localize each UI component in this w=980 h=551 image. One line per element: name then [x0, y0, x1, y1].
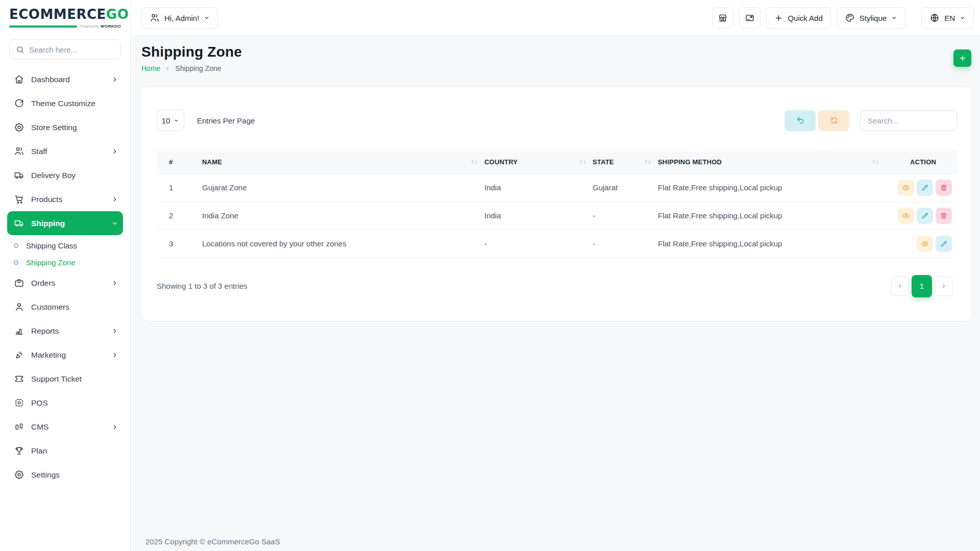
pencil-icon	[921, 212, 929, 220]
undo-button[interactable]	[785, 110, 816, 131]
sidebar-item-reports[interactable]: Reports	[7, 319, 123, 343]
zone-country: India	[484, 202, 593, 230]
sidebar-item-staff[interactable]: Staff	[7, 139, 123, 163]
admin-menu-button[interactable]: Hi, Admin!	[141, 7, 218, 29]
sidebar-subitem-shipping-class[interactable]: Shipping Class	[7, 237, 123, 254]
sidebar-item-dashboard[interactable]: Dashboard	[7, 67, 123, 91]
sidebar-item-label: Delivery Boy	[31, 171, 76, 180]
sidebar-item-store-setting[interactable]: Store Setting	[7, 115, 123, 139]
banner-icon	[745, 13, 755, 23]
zone-state: -	[593, 230, 658, 258]
sidebar-item-label: Customers	[31, 303, 69, 312]
gear-icon	[14, 469, 24, 480]
edit-button[interactable]	[917, 180, 933, 196]
sidebar-subitem-label: Shipping Class	[26, 241, 77, 250]
globe-icon	[929, 13, 940, 23]
refresh-icon	[829, 116, 839, 125]
banner-button[interactable]	[739, 7, 761, 29]
chevron-right-icon	[111, 196, 118, 203]
truck-icon	[14, 218, 24, 229]
chevron-right-icon	[941, 283, 947, 289]
sidebar-item-plan[interactable]: Plan	[7, 439, 123, 463]
sidebar-item-delivery-boy[interactable]: Delivery Boy	[7, 163, 123, 187]
pagination-page-button[interactable]: 1	[912, 275, 932, 297]
delete-button[interactable]	[936, 208, 952, 224]
column-header-name[interactable]: NAME↑↓	[202, 151, 484, 173]
circle-icon	[14, 260, 18, 265]
cms-icon	[14, 421, 24, 432]
language-button[interactable]: EN	[921, 7, 974, 29]
view-button[interactable]	[917, 236, 933, 252]
column-header-number: #	[157, 151, 202, 173]
pagination-next-button[interactable]	[935, 277, 952, 296]
sidebar-item-theme-customize[interactable]: Theme Customize	[7, 91, 123, 115]
pagination-prev-button[interactable]	[891, 277, 909, 296]
logo-underline	[9, 26, 77, 28]
quick-add-button[interactable]: Quick Add	[766, 7, 830, 29]
sidebar-item-orders[interactable]: Orders	[7, 271, 123, 295]
sidebar-item-marketing[interactable]: Marketing	[7, 343, 123, 367]
globe-icon	[929, 13, 940, 23]
sidebar-subitem-shipping-zone[interactable]: Shipping Zone	[7, 254, 123, 271]
sidebar-item-shipping[interactable]: Shipping	[7, 211, 123, 235]
chevron-right-icon	[111, 423, 118, 431]
sidebar-item-settings[interactable]: Settings	[7, 463, 123, 487]
column-header-state[interactable]: STATE↑↓	[593, 151, 658, 173]
cms-icon	[14, 421, 24, 432]
sidebar-item-cms[interactable]: CMS	[7, 415, 123, 439]
sidebar-item-pos[interactable]: POS	[7, 391, 123, 415]
logo-secondary: GO	[106, 7, 129, 22]
plus-icon	[774, 14, 783, 22]
sidebar-item-support-ticket[interactable]: Support Ticket	[7, 367, 123, 391]
edit-button[interactable]	[936, 236, 952, 252]
sidebar-item-customers[interactable]: Customers	[7, 295, 123, 319]
view-button[interactable]	[898, 208, 914, 224]
breadcrumb-home-link[interactable]: Home	[141, 64, 160, 72]
row-actions	[886, 173, 957, 202]
row-number: 2	[157, 202, 202, 230]
view-button[interactable]	[898, 180, 914, 196]
cart-icon	[14, 194, 24, 205]
sidebar-item-products[interactable]: Products	[7, 187, 123, 211]
theme-style-button[interactable]: Stylique	[837, 7, 905, 29]
chevron-right-icon	[111, 148, 118, 155]
entries-per-page-select[interactable]: 10	[157, 110, 184, 131]
trash-icon	[940, 184, 948, 192]
admin-label: Hi, Admin!	[164, 14, 199, 22]
topbar-actions: Quick Add Stylique EN	[712, 7, 974, 29]
megaphone-icon	[14, 349, 24, 360]
chevron-right-icon	[941, 283, 947, 289]
table-search-input[interactable]	[860, 110, 957, 131]
column-header-country[interactable]: COUNTRY↑↓	[484, 151, 593, 173]
storefront-button[interactable]	[712, 7, 733, 29]
column-header-shipping-method[interactable]: SHIPPING METHOD↑↓	[658, 151, 886, 173]
sidebar-item-label: Orders	[31, 279, 55, 288]
zones-table-body: 1Gujarat ZoneIndiaGujaratFlat Rate,Free …	[157, 173, 957, 258]
eye-icon	[902, 184, 910, 192]
zone-state: Gujarat	[593, 173, 658, 202]
trash-icon	[940, 184, 948, 192]
shipping-zones-table: # NAME↑↓ COUNTRY↑↓ STATE↑↓ SHIPPING METH…	[157, 151, 957, 258]
add-shipping-zone-button[interactable]	[953, 49, 971, 67]
pagination: 1	[891, 275, 952, 297]
edit-button[interactable]	[917, 208, 933, 224]
logo[interactable]: ECOMMERCEGO Powered By WORKDO	[0, 0, 130, 29]
table-footer: Showing 1 to 3 of 3 entries 1	[157, 275, 957, 297]
chevron-right-icon	[111, 196, 118, 203]
page-content: Shipping Zone Home Shipping Zone 10 E	[131, 36, 980, 551]
ticket-icon	[14, 373, 24, 384]
chevron-right-icon	[111, 280, 118, 287]
table-row: 1Gujarat ZoneIndiaGujaratFlat Rate,Free …	[157, 173, 957, 202]
sidebar: ECOMMERCEGO Powered By WORKDO DashboardT…	[0, 0, 131, 551]
delete-button[interactable]	[936, 180, 952, 196]
user-icon	[14, 302, 24, 312]
chevron-down-icon	[111, 220, 118, 227]
chevron-left-icon	[897, 283, 903, 289]
briefcase-icon	[14, 278, 24, 288]
pos-icon	[14, 397, 24, 408]
entries-per-page-label: Entries Per Page	[197, 116, 255, 125]
chevron-right-icon	[165, 66, 170, 71]
refresh-button[interactable]	[818, 110, 849, 131]
circle-icon	[14, 243, 18, 248]
sidebar-search-input[interactable]	[29, 45, 114, 54]
